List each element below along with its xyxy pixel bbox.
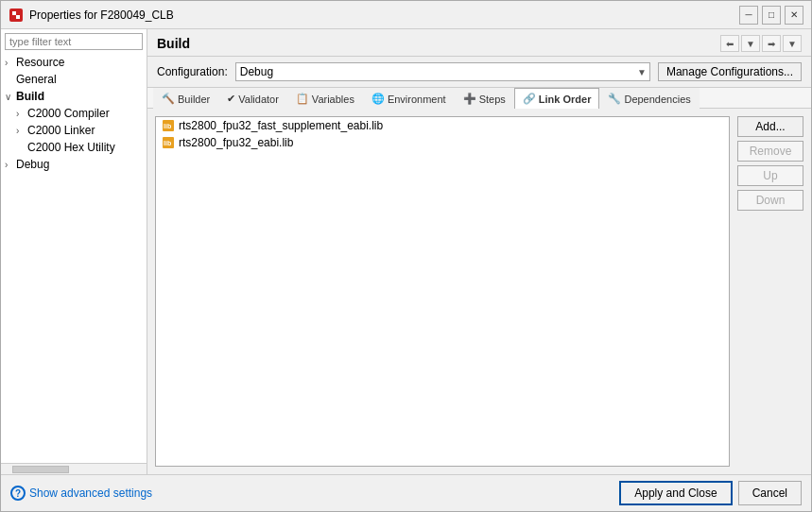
tab-label-link-order: Link Order: [539, 94, 592, 105]
up-button[interactable]: Up: [737, 165, 803, 186]
main-content: › Resource General ∨ Build › C2000 Compi…: [1, 29, 811, 474]
tab-label-dependencies: Dependencies: [624, 94, 690, 105]
panel-header: Build ⬅ ▼ ➡ ▼: [147, 29, 811, 57]
lib-file-icon: lib: [162, 136, 175, 149]
svg-rect-2: [16, 15, 20, 19]
link-list-box: lib rts2800_fpu32_fast_supplement_eabi.l…: [155, 116, 730, 467]
nav-history-button[interactable]: ▼: [783, 35, 802, 52]
sidebar-item-c2000-linker[interactable]: › C2000 Linker: [1, 122, 147, 139]
tab-icon-environment: 🌐: [371, 93, 385, 105]
svg-text:lib: lib: [164, 140, 171, 146]
tab-label-environment: Environment: [388, 94, 446, 105]
sidebar-item-label: C2000 Linker: [27, 124, 143, 137]
sidebar-item-build[interactable]: ∨ Build: [1, 88, 147, 105]
close-button[interactable]: ✕: [785, 6, 803, 25]
nav-dropdown-button[interactable]: ▼: [741, 35, 760, 52]
sidebar-scrollbar[interactable]: [1, 463, 147, 474]
app-icon: [9, 8, 24, 23]
sidebar-item-resource[interactable]: › Resource: [1, 54, 147, 71]
tree-arrow-icon: ∨: [5, 92, 16, 102]
tab-icon-dependencies: 🔧: [608, 93, 621, 105]
tab-icon-link-order: 🔗: [523, 93, 536, 105]
tab-steps[interactable]: ➕ Steps: [455, 88, 514, 109]
svg-text:lib: lib: [164, 123, 171, 129]
tab-icon-variables: 📋: [296, 93, 309, 105]
sidebar-item-label: C2000 Hex Utility: [27, 141, 143, 154]
add-button[interactable]: Add...: [737, 116, 803, 137]
title-bar: Properties for F280049_CLB ─ □ ✕: [1, 1, 811, 29]
tree-arrow-icon: ›: [16, 109, 27, 119]
title-bar-controls: ─ □ ✕: [739, 6, 803, 25]
help-icon: ?: [10, 486, 26, 501]
tab-label-validator: Validator: [238, 94, 279, 105]
tab-variables[interactable]: 📋 Variables: [287, 88, 363, 109]
panel-title: Build: [157, 36, 720, 51]
tab-icon-builder: 🔨: [162, 93, 175, 105]
sidebar-item-label: Resource: [16, 56, 143, 69]
filter-input[interactable]: [5, 33, 143, 50]
tab-environment[interactable]: 🌐 Environment: [363, 88, 455, 109]
remove-button[interactable]: Remove: [737, 141, 803, 162]
tab-builder[interactable]: 🔨 Builder: [153, 88, 218, 109]
tab-label-builder: Builder: [178, 94, 210, 105]
sidebar-item-label: Build: [16, 90, 143, 103]
maximize-button[interactable]: □: [762, 6, 781, 25]
show-advanced-settings-link[interactable]: ? Show advanced settings: [10, 486, 612, 501]
apply-close-button[interactable]: Apply and Close: [619, 481, 732, 505]
tab-dependencies[interactable]: 🔧 Dependencies: [599, 88, 699, 109]
tree-arrow-icon: ›: [5, 58, 16, 68]
sidebar-item-label: C2000 Compiler: [27, 107, 143, 120]
content-area: lib rts2800_fpu32_fast_supplement_eabi.l…: [147, 109, 811, 474]
tab-label-steps: Steps: [479, 94, 506, 105]
sidebar-scroll-thumb[interactable]: [12, 466, 69, 473]
sidebar-item-debug[interactable]: › Debug: [1, 156, 147, 173]
right-panel: Build ⬅ ▼ ➡ ▼ Configuration: DebugReleas…: [147, 29, 811, 474]
tab-link-order[interactable]: 🔗 Link Order: [514, 88, 600, 109]
sidebar-item-c2000-hex[interactable]: C2000 Hex Utility: [1, 139, 147, 156]
sidebar-item-c2000-compiler[interactable]: › C2000 Compiler: [1, 105, 147, 122]
tab-icon-steps: ➕: [463, 93, 476, 105]
link-item[interactable]: lib rts2800_fpu32_eabi.lib: [156, 134, 729, 151]
link-actions: Add... Remove Up Down: [737, 116, 803, 467]
tree-arrow-icon: ›: [5, 160, 16, 170]
tree-area: › Resource General ∨ Build › C2000 Compi…: [1, 54, 147, 463]
config-select[interactable]: DebugRelease: [235, 62, 650, 81]
tabs-row: 🔨 Builder✔ Validator📋 Variables🌐 Environ…: [147, 88, 811, 109]
footer: ? Show advanced settings Apply and Close…: [1, 474, 811, 511]
tab-icon-validator: ✔: [227, 93, 235, 105]
manage-configurations-button[interactable]: Manage Configurations...: [658, 62, 802, 81]
dialog: Properties for F280049_CLB ─ □ ✕ › Resou…: [0, 0, 812, 512]
sidebar-item-label: General: [16, 73, 143, 86]
link-item[interactable]: lib rts2800_fpu32_fast_supplement_eabi.l…: [156, 117, 729, 134]
link-item-label: rts2800_fpu32_eabi.lib: [179, 136, 293, 149]
config-label: Configuration:: [157, 65, 228, 78]
cancel-button[interactable]: Cancel: [738, 481, 802, 505]
down-button[interactable]: Down: [737, 190, 803, 211]
tab-validator[interactable]: ✔ Validator: [218, 88, 287, 109]
advanced-settings-label: Show advanced settings: [29, 486, 152, 500]
link-item-label: rts2800_fpu32_fast_supplement_eabi.lib: [179, 119, 383, 132]
svg-rect-1: [12, 11, 16, 15]
lib-file-icon: lib: [162, 119, 175, 132]
tree-arrow-icon: ›: [16, 126, 27, 136]
tab-label-variables: Variables: [312, 94, 354, 105]
footer-buttons: Apply and Close Cancel: [619, 481, 802, 505]
panel-nav-buttons: ⬅ ▼ ➡ ▼: [720, 35, 802, 52]
nav-back-button[interactable]: ⬅: [720, 35, 739, 52]
config-row: Configuration: DebugRelease ▼ Manage Con…: [147, 57, 811, 88]
sidebar-item-label: Debug: [16, 158, 143, 171]
title-bar-text: Properties for F280049_CLB: [29, 9, 739, 22]
config-select-wrap: DebugRelease ▼: [235, 62, 650, 81]
minimize-button[interactable]: ─: [739, 6, 758, 25]
sidebar-item-general[interactable]: General: [1, 71, 147, 88]
nav-forward-button[interactable]: ➡: [762, 35, 781, 52]
sidebar: › Resource General ∨ Build › C2000 Compi…: [1, 29, 147, 474]
